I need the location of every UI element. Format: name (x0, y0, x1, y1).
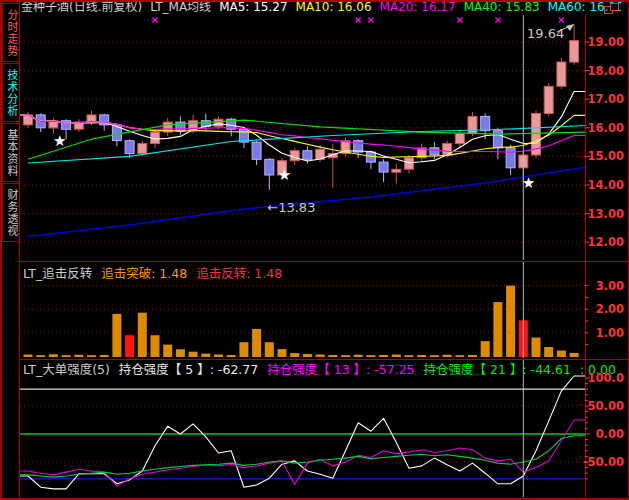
svg-text:★: ★ (522, 174, 535, 192)
ma-readout-2: MA20: 16.17 (380, 1, 456, 14)
axis-labels: 19.0018.0017.0016.0015.0014.0013.0012.00… (583, 35, 624, 479)
histogram-bars (24, 286, 579, 357)
bottom-readouts: 持仓强度【 5 】: -62.77持仓强度【 13 】: -57.25持仓强度【… (119, 363, 623, 377)
reference-lines (20, 389, 585, 479)
title-bar: 金种子酒(日线.前复权)LT_MA均线MA5: 15.27MA10: 16.06… (21, 1, 621, 15)
stock-title: 金种子酒(日线.前复权) (21, 1, 142, 14)
price-annotations: ←13.8319.64 (267, 24, 574, 215)
bottom-readout-3: : 0.00 (580, 363, 616, 377)
window-icon-square-front (610, 3, 619, 11)
svg-text:2.00: 2.00 (596, 302, 624, 316)
svg-text:←13.83: ←13.83 (267, 200, 315, 215)
svg-text:14.00: 14.00 (588, 178, 624, 192)
sidebar-tab-3[interactable]: 财务透视 (2, 183, 20, 242)
ma-readout-3: MA40: 15.83 (464, 1, 540, 14)
bottom-readout-0: 持仓强度【 5 】: -62.77 (119, 363, 258, 377)
svg-text:12.00: 12.00 (588, 235, 624, 249)
app-window: 金种子酒(日线.前复权)LT_MA均线MA5: 15.27MA10: 16.06… (0, 0, 629, 500)
sidebar-tab-0[interactable]: 分时走势 (2, 3, 20, 62)
middle-readout-0: 追击突破: 1.48 (101, 267, 187, 281)
ma-readouts: MA5: 15.27MA10: 16.06MA20: 16.17MA40: 15… (219, 1, 621, 14)
chart-canvas[interactable]: ★★★←13.8319.6419.0018.0017.0016.0015.001… (1, 1, 629, 500)
svg-text:0.00: 0.00 (596, 427, 624, 441)
svg-text:17.00: 17.00 (588, 92, 624, 106)
svg-text:19.64: 19.64 (527, 26, 564, 41)
indicator-name-main[interactable]: LT_MA均线 (150, 1, 211, 14)
ma-lines (20, 92, 587, 237)
middle-readout-1: 追击反转: 1.48 (196, 267, 282, 281)
sidebar-tab-2[interactable]: 基本资料 (2, 123, 20, 182)
gridlines (20, 42, 585, 462)
svg-text:50.00: 50.00 (588, 399, 624, 413)
candlesticks (24, 24, 579, 190)
window-split-icon[interactable] (604, 3, 620, 14)
star-markers: ★★★ (53, 132, 535, 192)
svg-text:13.00: 13.00 (588, 207, 624, 221)
bottom-panel-header: LT_大单强度(5)持仓强度【 5 】: -62.77持仓强度【 13 】: -… (23, 363, 623, 377)
bottom-readout-2: 持仓强度【 21 】: -44.61 (424, 363, 571, 377)
middle-indicator-name[interactable]: LT_追击反转 (23, 267, 92, 281)
ma-readout-0: MA5: 15.27 (219, 1, 287, 14)
middle-panel-header: LT_追击反转追击突破: 1.48追击反转: 1.48 (23, 267, 623, 281)
bottom-indicator-name[interactable]: LT_大单强度(5) (23, 363, 110, 377)
svg-text:1.00: 1.00 (596, 326, 624, 340)
signal-x-marks (153, 18, 564, 23)
svg-text:★: ★ (53, 132, 66, 150)
panel-borders (1, 1, 629, 500)
svg-text:-50.00: -50.00 (583, 455, 624, 469)
svg-text:15.00: 15.00 (588, 149, 624, 163)
middle-readouts: 追击突破: 1.48追击反转: 1.48 (101, 267, 291, 281)
svg-text:19.00: 19.00 (588, 35, 624, 49)
chart-svg[interactable]: ★★★←13.8319.6419.0018.0017.0016.0015.001… (1, 1, 629, 500)
svg-text:16.00: 16.00 (588, 121, 624, 135)
sidebar: 分时走势技术分析基本资料财务透视 (1, 1, 20, 500)
ma-readout-1: MA10: 16.06 (296, 1, 372, 14)
oscillator-lines (20, 376, 585, 489)
bottom-readout-1: 持仓强度【 13 】: -57.25 (267, 363, 414, 377)
svg-text:★: ★ (278, 166, 291, 184)
sidebar-tab-1-active[interactable]: 技术分析 (2, 63, 20, 122)
svg-text:18.00: 18.00 (588, 64, 624, 78)
